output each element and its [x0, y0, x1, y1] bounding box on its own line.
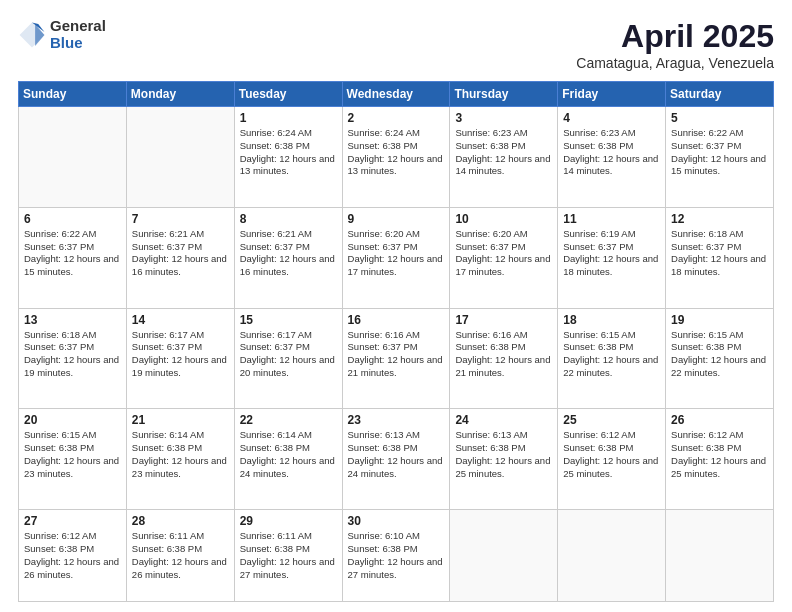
table-row: 10 Sunrise: 6:20 AM Sunset: 6:37 PM Dayl…: [450, 207, 558, 308]
header: General Blue April 2025 Camatagua, Aragu…: [18, 18, 774, 71]
day-number: 23: [348, 413, 445, 427]
table-row: [450, 510, 558, 602]
day-info: Sunrise: 6:15 AM Sunset: 6:38 PM Dayligh…: [671, 329, 768, 380]
day-info: Sunrise: 6:11 AM Sunset: 6:38 PM Dayligh…: [240, 530, 337, 581]
table-row: 14 Sunrise: 6:17 AM Sunset: 6:37 PM Dayl…: [126, 308, 234, 409]
day-info: Sunrise: 6:15 AM Sunset: 6:38 PM Dayligh…: [24, 429, 121, 480]
day-info: Sunrise: 6:23 AM Sunset: 6:38 PM Dayligh…: [455, 127, 552, 178]
day-number: 18: [563, 313, 660, 327]
day-number: 30: [348, 514, 445, 528]
day-info: Sunrise: 6:12 AM Sunset: 6:38 PM Dayligh…: [671, 429, 768, 480]
day-number: 20: [24, 413, 121, 427]
table-row: [558, 510, 666, 602]
table-row: 23 Sunrise: 6:13 AM Sunset: 6:38 PM Dayl…: [342, 409, 450, 510]
table-row: 20 Sunrise: 6:15 AM Sunset: 6:38 PM Dayl…: [19, 409, 127, 510]
day-info: Sunrise: 6:24 AM Sunset: 6:38 PM Dayligh…: [240, 127, 337, 178]
title-block: April 2025 Camatagua, Aragua, Venezuela: [576, 18, 774, 71]
table-row: 9 Sunrise: 6:20 AM Sunset: 6:37 PM Dayli…: [342, 207, 450, 308]
day-info: Sunrise: 6:23 AM Sunset: 6:38 PM Dayligh…: [563, 127, 660, 178]
day-info: Sunrise: 6:17 AM Sunset: 6:37 PM Dayligh…: [132, 329, 229, 380]
day-number: 19: [671, 313, 768, 327]
table-row: 29 Sunrise: 6:11 AM Sunset: 6:38 PM Dayl…: [234, 510, 342, 602]
logo: General Blue: [18, 18, 106, 51]
day-number: 22: [240, 413, 337, 427]
day-number: 9: [348, 212, 445, 226]
subtitle: Camatagua, Aragua, Venezuela: [576, 55, 774, 71]
day-number: 3: [455, 111, 552, 125]
table-row: 22 Sunrise: 6:14 AM Sunset: 6:38 PM Dayl…: [234, 409, 342, 510]
day-info: Sunrise: 6:20 AM Sunset: 6:37 PM Dayligh…: [455, 228, 552, 279]
table-row: 25 Sunrise: 6:12 AM Sunset: 6:38 PM Dayl…: [558, 409, 666, 510]
table-row: 7 Sunrise: 6:21 AM Sunset: 6:37 PM Dayli…: [126, 207, 234, 308]
day-info: Sunrise: 6:15 AM Sunset: 6:38 PM Dayligh…: [563, 329, 660, 380]
table-row: 24 Sunrise: 6:13 AM Sunset: 6:38 PM Dayl…: [450, 409, 558, 510]
day-info: Sunrise: 6:24 AM Sunset: 6:38 PM Dayligh…: [348, 127, 445, 178]
col-tuesday: Tuesday: [234, 82, 342, 107]
day-info: Sunrise: 6:20 AM Sunset: 6:37 PM Dayligh…: [348, 228, 445, 279]
logo-text: General Blue: [50, 18, 106, 51]
day-number: 5: [671, 111, 768, 125]
table-row: [126, 107, 234, 208]
day-number: 25: [563, 413, 660, 427]
table-row: 5 Sunrise: 6:22 AM Sunset: 6:37 PM Dayli…: [666, 107, 774, 208]
day-number: 15: [240, 313, 337, 327]
day-info: Sunrise: 6:19 AM Sunset: 6:37 PM Dayligh…: [563, 228, 660, 279]
day-number: 27: [24, 514, 121, 528]
day-info: Sunrise: 6:11 AM Sunset: 6:38 PM Dayligh…: [132, 530, 229, 581]
day-info: Sunrise: 6:13 AM Sunset: 6:38 PM Dayligh…: [455, 429, 552, 480]
day-info: Sunrise: 6:18 AM Sunset: 6:37 PM Dayligh…: [671, 228, 768, 279]
calendar-header-row: Sunday Monday Tuesday Wednesday Thursday…: [19, 82, 774, 107]
day-number: 2: [348, 111, 445, 125]
day-number: 14: [132, 313, 229, 327]
table-row: 16 Sunrise: 6:16 AM Sunset: 6:37 PM Dayl…: [342, 308, 450, 409]
day-info: Sunrise: 6:17 AM Sunset: 6:37 PM Dayligh…: [240, 329, 337, 380]
table-row: 27 Sunrise: 6:12 AM Sunset: 6:38 PM Dayl…: [19, 510, 127, 602]
day-info: Sunrise: 6:12 AM Sunset: 6:38 PM Dayligh…: [24, 530, 121, 581]
table-row: 19 Sunrise: 6:15 AM Sunset: 6:38 PM Dayl…: [666, 308, 774, 409]
day-info: Sunrise: 6:22 AM Sunset: 6:37 PM Dayligh…: [671, 127, 768, 178]
day-info: Sunrise: 6:21 AM Sunset: 6:37 PM Dayligh…: [240, 228, 337, 279]
page: General Blue April 2025 Camatagua, Aragu…: [0, 0, 792, 612]
table-row: 1 Sunrise: 6:24 AM Sunset: 6:38 PM Dayli…: [234, 107, 342, 208]
day-number: 24: [455, 413, 552, 427]
table-row: 4 Sunrise: 6:23 AM Sunset: 6:38 PM Dayli…: [558, 107, 666, 208]
table-row: 26 Sunrise: 6:12 AM Sunset: 6:38 PM Dayl…: [666, 409, 774, 510]
day-number: 6: [24, 212, 121, 226]
table-row: 2 Sunrise: 6:24 AM Sunset: 6:38 PM Dayli…: [342, 107, 450, 208]
calendar-table: Sunday Monday Tuesday Wednesday Thursday…: [18, 81, 774, 602]
table-row: 30 Sunrise: 6:10 AM Sunset: 6:38 PM Dayl…: [342, 510, 450, 602]
day-info: Sunrise: 6:10 AM Sunset: 6:38 PM Dayligh…: [348, 530, 445, 581]
day-info: Sunrise: 6:21 AM Sunset: 6:37 PM Dayligh…: [132, 228, 229, 279]
table-row: 6 Sunrise: 6:22 AM Sunset: 6:37 PM Dayli…: [19, 207, 127, 308]
table-row: 13 Sunrise: 6:18 AM Sunset: 6:37 PM Dayl…: [19, 308, 127, 409]
day-info: Sunrise: 6:14 AM Sunset: 6:38 PM Dayligh…: [240, 429, 337, 480]
day-number: 12: [671, 212, 768, 226]
table-row: 3 Sunrise: 6:23 AM Sunset: 6:38 PM Dayli…: [450, 107, 558, 208]
day-number: 29: [240, 514, 337, 528]
table-row: 21 Sunrise: 6:14 AM Sunset: 6:38 PM Dayl…: [126, 409, 234, 510]
table-row: 18 Sunrise: 6:15 AM Sunset: 6:38 PM Dayl…: [558, 308, 666, 409]
col-monday: Monday: [126, 82, 234, 107]
day-number: 8: [240, 212, 337, 226]
day-info: Sunrise: 6:16 AM Sunset: 6:38 PM Dayligh…: [455, 329, 552, 380]
day-info: Sunrise: 6:18 AM Sunset: 6:37 PM Dayligh…: [24, 329, 121, 380]
day-number: 7: [132, 212, 229, 226]
main-title: April 2025: [576, 18, 774, 55]
table-row: 28 Sunrise: 6:11 AM Sunset: 6:38 PM Dayl…: [126, 510, 234, 602]
logo-general-text: General: [50, 18, 106, 35]
table-row: 15 Sunrise: 6:17 AM Sunset: 6:37 PM Dayl…: [234, 308, 342, 409]
col-wednesday: Wednesday: [342, 82, 450, 107]
table-row: 8 Sunrise: 6:21 AM Sunset: 6:37 PM Dayli…: [234, 207, 342, 308]
day-number: 10: [455, 212, 552, 226]
day-number: 17: [455, 313, 552, 327]
col-friday: Friday: [558, 82, 666, 107]
day-number: 4: [563, 111, 660, 125]
day-number: 13: [24, 313, 121, 327]
day-number: 26: [671, 413, 768, 427]
col-sunday: Sunday: [19, 82, 127, 107]
day-info: Sunrise: 6:14 AM Sunset: 6:38 PM Dayligh…: [132, 429, 229, 480]
day-number: 1: [240, 111, 337, 125]
table-row: [666, 510, 774, 602]
table-row: [19, 107, 127, 208]
table-row: 17 Sunrise: 6:16 AM Sunset: 6:38 PM Dayl…: [450, 308, 558, 409]
